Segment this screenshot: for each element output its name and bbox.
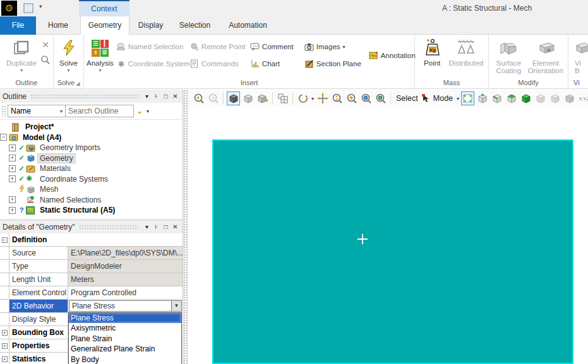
panel-drag-texture[interactable]: [79, 225, 138, 230]
element-orientation-button[interactable]: ✺ ElementOrientation: [526, 36, 565, 74]
select-element-faces-filter-button[interactable]: [563, 91, 576, 105]
dropdown-item-plane-stress[interactable]: Plane Stress: [69, 313, 181, 323]
mode-label[interactable]: Mode: [433, 94, 453, 103]
surface-coating-button[interactable]: SurfaceCoating: [491, 36, 526, 74]
dropdown-item-plane-strain[interactable]: Plane Strain: [69, 334, 181, 344]
select-faces2-filter-button[interactable]: [505, 91, 518, 105]
shaded-exterior-button[interactable]: [227, 91, 240, 105]
tree-item-coordinate-systems[interactable]: + ✓ ✺ Coordinate Systems: [0, 174, 183, 185]
solve-dialog-launcher-icon[interactable]: ◢: [76, 79, 80, 88]
tab-geometry[interactable]: Geometry: [80, 16, 129, 35]
search-expand-chevron-icon[interactable]: ⌄: [136, 107, 143, 115]
duplicate-button[interactable]: Duplicate ▾: [3, 36, 40, 73]
next-view-button[interactable]: [207, 91, 220, 105]
materials-expand-box[interactable]: +: [9, 165, 16, 172]
zoom-to-fit-button[interactable]: [359, 91, 373, 105]
details-menu-caret-icon[interactable]: ▾: [142, 223, 152, 230]
tab-display[interactable]: Display: [129, 16, 172, 35]
mode-caret-icon[interactable]: ▾: [457, 96, 459, 102]
save-icon[interactable]: [23, 3, 34, 14]
tab-home[interactable]: Home: [36, 16, 80, 35]
select-label: Select: [396, 94, 418, 103]
filter-grip-handle[interactable]: [1, 105, 6, 117]
select-elements-filter-button[interactable]: [548, 91, 561, 105]
section-definition[interactable]: − Definition: [0, 233, 183, 247]
show-mesh-button[interactable]: [256, 91, 269, 105]
tree-item-static-structural[interactable]: + ? Static Structural (A5): [0, 205, 183, 216]
combo-dropdown-arrow-icon[interactable]: ▼: [171, 301, 181, 311]
coordinate-systems-expand-box[interactable]: +: [9, 175, 16, 182]
dropdown-item-by-body[interactable]: By Body: [69, 355, 181, 364]
select-vertices-filter-button[interactable]: [461, 91, 474, 105]
select-nodes-filter-button[interactable]: [534, 91, 547, 105]
comment-button[interactable]: Comment: [250, 40, 304, 54]
outline-pin-icon[interactable]: ⊦: [152, 93, 161, 100]
coordinates-pick-button[interactable]: X,Y,Z: [577, 91, 588, 105]
details-maximize-icon[interactable]: □: [161, 223, 171, 230]
annotation-button[interactable]: AbcAnnotation: [369, 50, 416, 61]
tree-item-materials[interactable]: + ✓ Materials: [0, 163, 183, 174]
dropdown-item-axisymmetric[interactable]: Axisymmetric: [69, 323, 181, 333]
select-faces-filter-button[interactable]: [490, 91, 503, 105]
model-collapse-box[interactable]: −: [0, 134, 7, 141]
tree-item-mesh[interactable]: Mesh: [0, 184, 183, 195]
tab-file[interactable]: File: [0, 16, 36, 35]
viewports-button[interactable]: [276, 91, 289, 105]
statistics-expand-box[interactable]: +: [2, 356, 8, 362]
tree-item-model[interactable]: − Model (A4): [0, 132, 183, 143]
virtual-body-button[interactable]: ViB: [571, 36, 588, 74]
graphics-viewport[interactable]: [188, 107, 588, 364]
wireframe-button[interactable]: [241, 91, 255, 105]
coordinate-system-button[interactable]: ✺Coordinate System: [116, 57, 189, 71]
delete-button[interactable]: ✕: [40, 40, 51, 50]
tree-item-named-selections[interactable]: + Named Selections: [0, 195, 183, 206]
tree-item-geometry-imports[interactable]: + ✓ Geometry Imports: [0, 143, 183, 153]
geometry-body-2d[interactable]: [212, 139, 573, 364]
zoom-button[interactable]: [330, 91, 344, 105]
static-structural-expand-box[interactable]: +: [9, 207, 16, 214]
2d-behavior-combobox[interactable]: Plane Stress ▼: [69, 300, 182, 312]
remote-point-button[interactable]: Remote Point: [189, 40, 250, 54]
outline-close-icon[interactable]: ✕: [171, 93, 180, 100]
geometry-imports-expand-box[interactable]: +: [9, 144, 16, 151]
previous-view-button[interactable]: [192, 91, 205, 105]
point-mass-button[interactable]: Kg Point: [417, 36, 447, 67]
solve-button[interactable]: Solve ▾: [56, 36, 81, 73]
geometry-expand-box[interactable]: +: [9, 155, 16, 161]
pan-button[interactable]: [316, 91, 329, 105]
rotate-caret-icon[interactable]: ▾: [311, 96, 314, 102]
bounding-box-expand-box[interactable]: +: [2, 330, 8, 336]
analysis-button[interactable]: ☰ ┃ ± ᗯ Analysis ▾: [87, 36, 114, 73]
commands-button[interactable]: Commands: [189, 57, 250, 71]
outline-maximize-icon[interactable]: □: [161, 93, 171, 100]
filter-options-caret-icon[interactable]: ▾: [147, 109, 149, 114]
tree-item-project[interactable]: Project*: [0, 122, 183, 132]
panel-splitter[interactable]: [183, 90, 188, 364]
details-close-icon[interactable]: ✕: [171, 223, 180, 230]
filter-type-select[interactable]: Name ▾: [8, 105, 66, 117]
tree-item-geometry[interactable]: + ✓ Geometry: [0, 153, 183, 164]
outline-menu-caret-icon[interactable]: ▾: [142, 93, 152, 100]
distributed-mass-button[interactable]: Distributed: [447, 36, 486, 67]
rotate-button[interactable]: [296, 91, 309, 105]
tab-automation[interactable]: Automation: [218, 16, 278, 35]
select-bodies-filter-button[interactable]: [519, 91, 532, 105]
tab-selection[interactable]: Selection: [172, 16, 218, 35]
find-icon[interactable]: [40, 55, 51, 65]
section-plane-button[interactable]: Section Plane: [304, 57, 368, 71]
dropdown-item-generalized-plane-strain[interactable]: Generalized Plane Strain: [69, 344, 181, 354]
element-control-value[interactable]: Program Controlled: [68, 286, 183, 299]
search-outline-input[interactable]: [66, 105, 134, 117]
chart-button[interactable]: Chart: [250, 57, 304, 71]
panel-drag-texture[interactable]: [30, 94, 138, 99]
box-zoom-button[interactable]: [345, 91, 358, 105]
named-selections-expand-box[interactable]: +: [9, 196, 16, 203]
images-button[interactable]: Images▾: [304, 40, 368, 54]
quick-access-caret-icon[interactable]: ▾: [39, 3, 42, 9]
definition-collapse-box[interactable]: −: [2, 237, 8, 243]
named-selection-button[interactable]: Named Selection: [116, 40, 189, 54]
details-pin-icon[interactable]: ⊦: [152, 223, 161, 230]
select-edges-filter-button[interactable]: [476, 91, 489, 105]
properties-expand-box[interactable]: +: [2, 343, 8, 349]
image-capture-button[interactable]: [374, 91, 387, 105]
